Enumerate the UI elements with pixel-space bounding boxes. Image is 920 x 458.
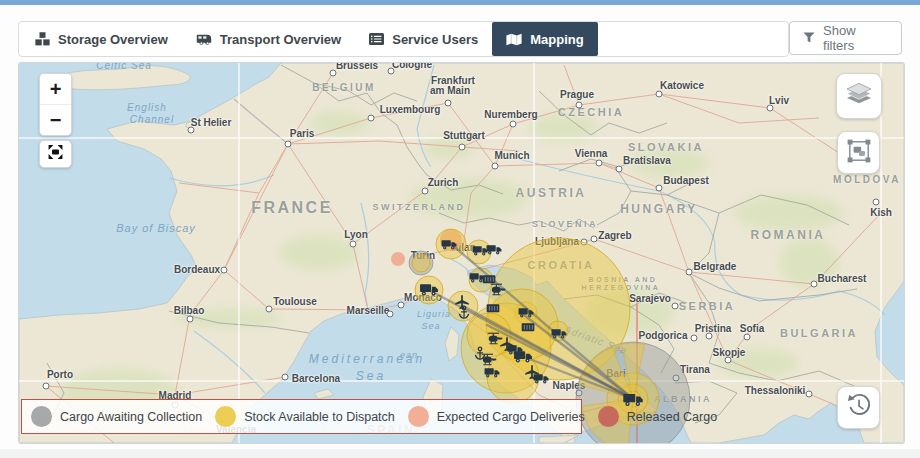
tab-mapping[interactable]: Mapping (492, 22, 597, 56)
page-footer-strip (0, 449, 920, 458)
tab-service-users[interactable]: Service Users (355, 22, 492, 56)
zoom-in-button[interactable]: + (40, 74, 71, 104)
show-filters-button[interactable]: Show filters (789, 21, 902, 55)
zoom-control: + − (39, 73, 72, 136)
legend-item: Stock Available to Dispatch (215, 406, 395, 427)
truck-icon (196, 33, 212, 46)
list-icon (369, 33, 384, 45)
tab-storage-overview[interactable]: Storage Overview (21, 22, 182, 56)
legend-label: Cargo Awaiting Collection (60, 410, 202, 424)
map-legend: Cargo Awaiting Collection Stock Availabl… (21, 399, 582, 434)
box-marker[interactable] (522, 323, 535, 331)
legend-item: Expected Cargo Deliveries (408, 406, 585, 427)
tab-label: Service Users (392, 32, 478, 47)
legend-swatch-salmon (408, 406, 429, 427)
history-icon (845, 392, 872, 423)
tab-label: Mapping (530, 32, 583, 47)
map-icon (506, 33, 522, 46)
tab-label: Transport Overview (220, 32, 341, 47)
stock-dispatch-circle[interactable] (412, 254, 430, 272)
legend-label: Released Cargo (627, 410, 717, 424)
zoom-out-button[interactable]: − (40, 104, 71, 135)
fullscreen-icon (45, 143, 66, 165)
legend-swatch-gray (31, 406, 52, 427)
show-filters-label: Show filters (823, 23, 888, 53)
fullscreen-button[interactable] (39, 140, 72, 168)
legend-label: Expected Cargo Deliveries (437, 410, 585, 424)
layers-button[interactable] (836, 73, 882, 119)
box-marker[interactable] (483, 275, 496, 283)
basemap-button[interactable] (837, 131, 880, 174)
legend-item: Released Cargo (598, 406, 717, 427)
boxes-icon (35, 32, 50, 46)
frame-icon (846, 138, 872, 168)
expected-delivery-circle[interactable] (391, 252, 405, 266)
legend-label: Stock Available to Dispatch (244, 410, 395, 424)
top-accent-bar (0, 0, 920, 5)
legend-item: Cargo Awaiting Collection (31, 406, 202, 427)
tab-bar: Storage Overview Transport Overview Serv… (18, 21, 789, 57)
box-marker[interactable] (487, 304, 500, 312)
toolbar: Storage Overview Transport Overview Serv… (18, 21, 902, 57)
history-button[interactable] (837, 386, 880, 429)
layers-icon (843, 78, 875, 114)
legend-swatch-red (598, 406, 619, 427)
tab-label: Storage Overview (58, 32, 168, 47)
map-canvas[interactable]: Celtic SeaEnglishChannelBay of BiscayLig… (18, 62, 905, 444)
truck-marker[interactable] (487, 245, 502, 254)
map-overlay-layer (19, 63, 904, 443)
filter-funnel-icon (803, 31, 815, 46)
tab-transport-overview[interactable]: Transport Overview (182, 22, 355, 56)
legend-swatch-yellow (215, 406, 236, 427)
